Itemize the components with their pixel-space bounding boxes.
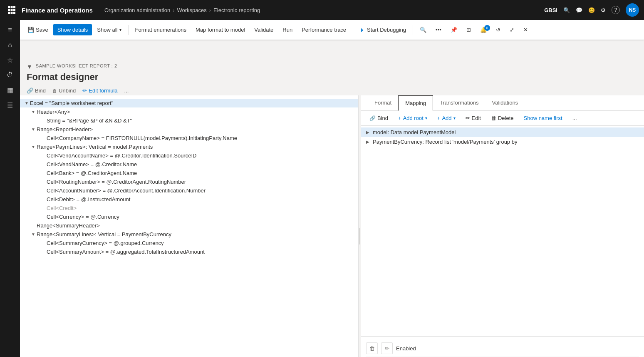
gear-icon[interactable]: ⚙ xyxy=(601,7,606,13)
chat-icon[interactable]: 💬 xyxy=(576,7,582,13)
expander-icon xyxy=(40,215,47,219)
bottom-panel-enabled: 🗑 ✏ Enabled xyxy=(366,340,639,357)
sidebar-home-icon[interactable]: ⌂ xyxy=(3,38,17,52)
svg-rect-6 xyxy=(8,12,10,14)
tree-item-14[interactable]: Range<SummaryHeader> xyxy=(20,221,358,230)
tree-item-9[interactable]: Cell<RoutingNumber> = @.CreditorAgent.Ro… xyxy=(20,177,358,186)
tree-item-17[interactable]: Cell<SummaryAmount> = @.aggregated.Total… xyxy=(20,247,358,256)
waffle-icon[interactable] xyxy=(5,3,18,17)
mapping-item-0[interactable]: ▶ model: Data model PaymentModel xyxy=(361,127,644,137)
breadcrumb-item-3[interactable]: Electronic reporting xyxy=(213,7,260,13)
action-more[interactable]: ... xyxy=(124,87,129,94)
page-header: ▼ SAMPLE WORKSHEET REPORT : 2 Format des… xyxy=(20,60,644,86)
filter-icon[interactable]: ▼ xyxy=(27,63,32,70)
toolbar-search-button[interactable]: 🔍 xyxy=(416,24,431,35)
performance-trace-button[interactable]: Performance trace xyxy=(297,24,350,35)
format-enumerations-button[interactable]: Format enumerations xyxy=(131,24,191,35)
tree-item-10[interactable]: Cell<AccountNumber> = @.CreditorAccount.… xyxy=(20,186,358,195)
toolbar-refresh-button[interactable]: ↺ xyxy=(492,24,505,35)
edit-formula-action[interactable]: ✏ Edit formula xyxy=(82,87,117,94)
expander-icon xyxy=(40,241,47,245)
run-button[interactable]: Run xyxy=(278,24,297,35)
mapping-bind-button[interactable]: 🔗 Bind xyxy=(366,113,391,123)
sidebar-recent-icon[interactable]: ⏱ xyxy=(3,68,17,82)
expander-icon xyxy=(40,171,47,175)
tree-item-5[interactable]: ▼ Range<PaymLines>: Vertical = model.Pay… xyxy=(20,142,358,151)
expander-icon: ▼ xyxy=(30,145,37,149)
toolbar-more-button[interactable]: ••• xyxy=(431,24,446,35)
toolbar-expand-button[interactable]: ⤢ xyxy=(505,24,518,35)
bind-action[interactable]: 🔗 Bind xyxy=(27,87,46,94)
add-button[interactable]: + Add ▾ xyxy=(434,113,459,123)
start-debugging-button[interactable]: ⏵ Start Debugging xyxy=(356,24,410,35)
sidebar-menu-icon[interactable]: ≡ xyxy=(3,23,17,37)
tab-mapping[interactable]: Mapping xyxy=(398,95,433,111)
pencil-icon: ✏ xyxy=(466,115,470,121)
tab-transformations[interactable]: Transformations xyxy=(433,95,485,111)
svg-rect-2 xyxy=(13,6,15,8)
tree-item-2[interactable]: String = "&RPage &P of &N &D &T" xyxy=(20,116,358,125)
tree-item-16[interactable]: Cell<SummaryCurrency> = @.grouped.Curren… xyxy=(20,239,358,247)
svg-rect-1 xyxy=(11,6,13,8)
tree-item-12[interactable]: Cell<Credit> xyxy=(20,204,358,212)
expander-icon xyxy=(40,206,47,210)
search-icon[interactable]: 🔍 xyxy=(563,7,570,13)
tree-item-7[interactable]: Cell<VendName> = @.Creditor.Name xyxy=(20,160,358,169)
chevron-down-icon: ▾ xyxy=(119,27,121,32)
smiley-icon[interactable]: 😊 xyxy=(588,7,595,13)
left-sidebar: ≡ ⌂ ☆ ⏱ ▦ ☰ xyxy=(0,20,20,357)
svg-rect-5 xyxy=(13,9,15,11)
validate-button[interactable]: Validate xyxy=(250,24,277,35)
top-nav-right: GBSI 🔍 💬 😊 ⚙ ? NS xyxy=(544,3,639,17)
help-icon[interactable]: ? xyxy=(612,6,620,14)
delete-button[interactable]: 🗑 Delete xyxy=(488,113,517,123)
avatar[interactable]: NS xyxy=(626,3,639,17)
map-format-to-model-button[interactable]: Map format to model xyxy=(191,24,249,35)
expander-icon xyxy=(40,188,47,193)
toolbar-close-button[interactable]: ✕ xyxy=(519,24,532,35)
tree-item-6[interactable]: Cell<VendAccountName> = @.Creditor.Ident… xyxy=(20,151,358,160)
unbind-action[interactable]: 🗑 Unbind xyxy=(52,87,76,94)
show-name-first-button[interactable]: Show name first xyxy=(520,113,566,123)
breadcrumb-item-1[interactable]: Organization administration xyxy=(104,7,170,13)
toolbar-pane-button[interactable]: ⊡ xyxy=(462,24,475,35)
link-icon: 🔗 xyxy=(27,87,33,94)
tree-item-1[interactable]: ▼ Header<Any> xyxy=(20,107,358,116)
trash-icon: 🗑 xyxy=(491,115,496,121)
breadcrumb-item-2[interactable]: Workspaces xyxy=(177,7,206,13)
expander-icon xyxy=(40,136,47,140)
tree-item-11[interactable]: Cell<Debit> = @.InstructedAmount xyxy=(20,195,358,204)
chevron-down-icon: ▾ xyxy=(425,116,427,120)
divider-1 xyxy=(128,25,129,35)
mapping-more-button[interactable]: ... xyxy=(569,113,580,123)
sidebar-modules-icon[interactable]: ☰ xyxy=(3,98,17,112)
edit-button[interactable]: ✏ Edit xyxy=(462,113,484,123)
tree-item-15[interactable]: ▼ Range<SummaryLines>: Vertical = Paymen… xyxy=(20,230,358,239)
sidebar-workspaces-icon[interactable]: ▦ xyxy=(3,83,17,97)
toolbar-pin-button[interactable]: 📌 xyxy=(446,24,461,35)
tree-item-4[interactable]: Cell<CompanyName> = FIRSTORNULL(model.Pa… xyxy=(20,134,358,142)
expander-icon: ▼ xyxy=(23,101,30,105)
show-all-button[interactable]: Show all ▾ xyxy=(93,24,125,35)
main-content: ▼ SAMPLE WORKSHEET REPORT : 2 Format des… xyxy=(20,60,644,357)
split-pane: ▼ Excel = "Sample worksheet report" ▼ He… xyxy=(20,95,644,357)
debug-icon: ⏵ xyxy=(360,27,365,33)
tab-validations[interactable]: Validations xyxy=(485,95,525,111)
toolbar-badge-button[interactable]: 🔔 0 xyxy=(476,24,491,35)
tree-item-0[interactable]: ▼ Excel = "Sample worksheet report" xyxy=(20,99,358,107)
unbind-icon: 🗑 xyxy=(52,88,57,93)
main-toolbar: 💾 Save Show details Show all ▾ Format en… xyxy=(20,20,644,40)
mapping-item-1[interactable]: ▶ PaymentByCurrency: Record list 'model/… xyxy=(361,137,644,147)
tree-item-3[interactable]: ▼ Range<ReportHeader> xyxy=(20,125,358,134)
tab-format[interactable]: Format xyxy=(368,95,398,111)
expander-icon xyxy=(40,118,47,123)
show-details-button[interactable]: Show details xyxy=(53,24,92,35)
enabled-trash-button[interactable]: 🗑 xyxy=(366,342,378,354)
tree-item-8[interactable]: Cell<Bank> = @.CreditorAgent.Name xyxy=(20,169,358,177)
enabled-edit-button[interactable]: ✏ xyxy=(381,342,393,354)
tree-item-13[interactable]: Cell<Currency> = @.Currency xyxy=(20,212,358,221)
expander-icon xyxy=(40,250,47,254)
add-root-button[interactable]: + Add root ▾ xyxy=(395,113,431,123)
sidebar-star-icon[interactable]: ☆ xyxy=(3,53,17,67)
save-button[interactable]: 💾 Save xyxy=(23,24,52,35)
